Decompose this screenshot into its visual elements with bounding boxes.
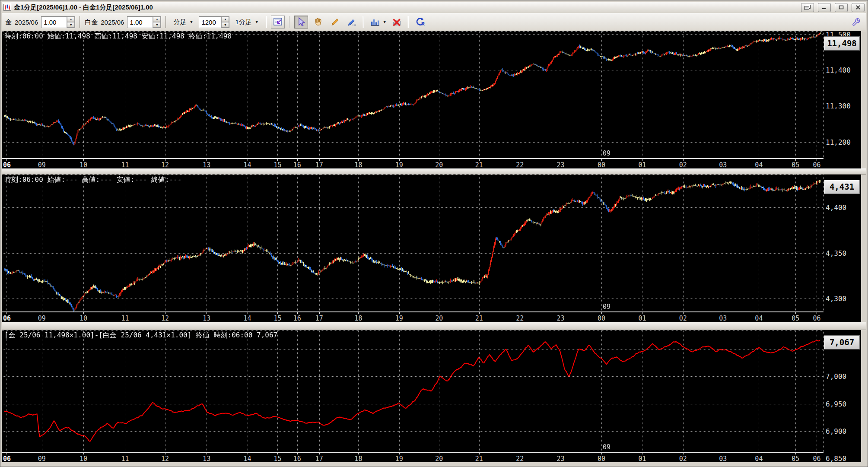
chart-type-dropdown-arrow[interactable]: ▼: [383, 20, 387, 24]
time-tick: [817, 159, 817, 161]
wrench-icon: [851, 17, 861, 27]
time-label: 17: [315, 161, 323, 169]
settings-wrench-button[interactable]: [849, 16, 863, 29]
time-label: 16: [293, 161, 301, 169]
maximize-button[interactable]: [835, 3, 848, 12]
toolbar-separator: [165, 16, 166, 28]
bar-type-dropdown[interactable]: 分足 ▼: [171, 16, 196, 28]
time-label: 03: [719, 455, 727, 463]
time-label: 01: [638, 161, 646, 169]
platinum-info-line: 時刻:06:00 始値:--- 高値:--- 安値:--- 終値:---: [4, 175, 181, 184]
platinum-multiplier-up-button[interactable]: ▲: [153, 17, 161, 22]
bar-count-up-button[interactable]: ▲: [221, 17, 229, 22]
time-tick: [479, 159, 480, 161]
bar-chart-icon: [370, 17, 380, 27]
time-label: 12: [161, 161, 169, 169]
bar-count-down-button[interactable]: ▼: [221, 22, 229, 28]
time-label: 12: [161, 315, 169, 322]
time-label: 17: [315, 315, 323, 322]
time-tick: [601, 312, 602, 314]
refresh-icon: R: [415, 17, 425, 27]
platinum-multiplier-input[interactable]: [127, 17, 153, 28]
time-label: 15: [273, 161, 281, 169]
time-tick: [319, 159, 320, 161]
close-button[interactable]: [852, 3, 865, 12]
cascade-button[interactable]: [801, 3, 814, 12]
platinum-multiplier-down-button[interactable]: ▼: [153, 22, 161, 28]
panel-splitter[interactable]: [2, 322, 866, 330]
time-tick: [601, 159, 602, 161]
toolbar-separator: [79, 16, 80, 28]
time-tick: [759, 453, 759, 454]
platinum-chart-canvas[interactable]: [2, 175, 823, 311]
draw-marker-button[interactable]: [345, 16, 359, 29]
time-tick: [683, 159, 684, 161]
time-tick: [795, 312, 796, 314]
platinum-date-label: 09: [603, 303, 610, 311]
time-tick: [297, 159, 298, 161]
time-label: 00: [598, 161, 605, 169]
time-label: 05: [792, 455, 799, 463]
refresh-button[interactable]: R: [413, 16, 427, 29]
time-tick: [520, 312, 520, 314]
time-label: 05: [792, 315, 799, 322]
time-label: 13: [203, 161, 210, 169]
draw-line-button[interactable]: [328, 16, 342, 29]
time-tick: [399, 312, 400, 314]
time-tick: [479, 453, 480, 454]
time-label: 15: [273, 315, 281, 322]
time-tick: [399, 453, 400, 454]
time-label: 17: [315, 455, 323, 463]
gold-multiplier-up-button[interactable]: ▲: [67, 17, 75, 22]
window-title: 金1分足[2025/06]1.00 - 白金1分足[2025/06]1.00: [14, 3, 153, 12]
panel-splitter[interactable]: [2, 168, 866, 175]
chart-type-button[interactable]: [368, 16, 382, 29]
minimize-button[interactable]: [818, 3, 831, 12]
time-tick: [358, 453, 359, 454]
pan-tool-button[interactable]: [311, 16, 325, 29]
time-label: 01: [638, 315, 646, 322]
time-tick: [358, 312, 359, 314]
time-label: 06: [813, 161, 820, 169]
time-tick: [277, 453, 278, 454]
time-label: 04: [755, 161, 763, 169]
time-tick: [795, 453, 796, 454]
time-label: 19: [395, 161, 403, 169]
platinum-chart-panel: 時刻:06:00 始値:--- 高値:--- 安値:--- 終値:--- 09 …: [2, 175, 861, 322]
time-tick: [83, 453, 84, 454]
price-axis-label: 6,950: [826, 400, 846, 408]
bar-count-input[interactable]: [199, 17, 221, 28]
price-axis-label: 4,350: [826, 249, 846, 257]
gold-chart-canvas[interactable]: [2, 31, 823, 158]
spread-info-line: [金 25/06 11,498×1.00]-[白金 25/06 4,431×1.…: [4, 331, 277, 340]
time-tick: [277, 159, 278, 161]
time-label: 22: [516, 315, 524, 322]
time-tick: [642, 312, 642, 314]
gold-multiplier-down-button[interactable]: ▼: [67, 22, 75, 28]
time-label: 00: [598, 315, 605, 322]
select-tool-button[interactable]: [294, 16, 308, 29]
time-tick: [42, 159, 42, 161]
time-tick: [759, 312, 759, 314]
clear-indicators-button[interactable]: [390, 16, 404, 29]
time-label: 23: [557, 455, 565, 463]
time-label: 13: [203, 455, 210, 463]
interval-dropdown[interactable]: 1分足 ▼: [232, 16, 261, 28]
platinum-month-label: 2025/06: [101, 19, 124, 26]
time-tick: [520, 453, 520, 454]
chart-settings-button[interactable]: [271, 16, 285, 29]
time-tick: [642, 159, 642, 161]
time-label: 19: [395, 455, 403, 463]
time-tick: [683, 453, 684, 454]
bar-type-label: 分足: [173, 18, 186, 26]
time-label: 09: [38, 161, 46, 169]
time-label: 22: [516, 161, 524, 169]
time-label: 02: [679, 455, 687, 463]
gold-multiplier-input[interactable]: [41, 17, 67, 28]
time-tick: [439, 312, 439, 314]
spread-chart-canvas[interactable]: [2, 330, 823, 452]
time-tick: [723, 159, 723, 161]
time-label: 14: [244, 161, 251, 169]
time-tick: [165, 453, 165, 454]
app-window: 金1分足[2025/06]1.00 - 白金1分足[2025/06]1.00 金…: [0, 0, 868, 467]
